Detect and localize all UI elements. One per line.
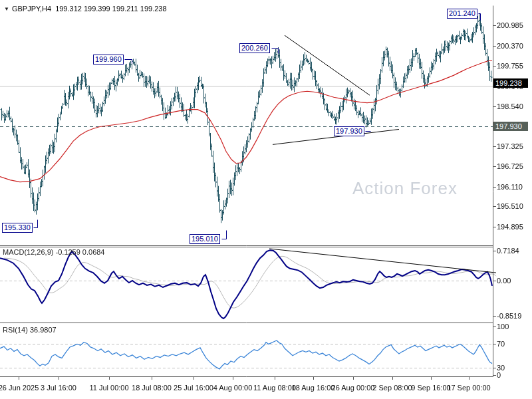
time-axis-label: 25 Jul 16:00 (174, 384, 213, 392)
price-axis-label: 198.540 (497, 102, 523, 111)
current-price-badge: 199.238 (493, 78, 528, 88)
time-axis-label: 11 Aug 08:00 (253, 384, 296, 392)
time-axis-label: 9 Sep 16:00 (411, 384, 450, 392)
price-annotation-box[interactable]: 200.260 (239, 43, 270, 53)
watermark: Action Forex (352, 178, 458, 199)
time-axis-label: 18 Aug 16:00 (292, 384, 335, 392)
symbol-dropdown-arrow-icon[interactable]: ▼ (4, 6, 9, 12)
rsi-scale-label: 0 (497, 371, 501, 380)
macd-scale-label: -0.8519 (497, 312, 521, 321)
price-annotation-box[interactable]: 201.240 (447, 9, 477, 19)
chart-canvas[interactable] (0, 0, 532, 399)
time-axis-label: 11 Jul 00:00 (89, 384, 128, 392)
price-axis-label: 197.325 (497, 142, 523, 151)
level-line-badge: 197.930 (493, 122, 528, 131)
price-annotation-box[interactable]: 197.930 (334, 126, 364, 136)
time-axis-label: 4 Aug 00:00 (213, 384, 253, 392)
price-annotation-box[interactable]: 195.010 (190, 234, 220, 244)
macd-scale-label: 0.00 (497, 277, 511, 285)
rsi-indicator-label: RSI(14) 36.9807 (3, 326, 57, 334)
macd-scale-label: 0.7184 (497, 247, 519, 255)
time-axis-label: 18 Jul 08:00 (132, 384, 172, 392)
price-axis-label: 194.895 (497, 223, 523, 231)
price-axis-label: 196.725 (497, 162, 523, 171)
trading-chart-window: ▼GBPJPY,H4 199.312 199.399 199.211 199.2… (0, 0, 532, 399)
time-axis-label: 3 Jul 16:00 (41, 384, 76, 392)
price-axis-label: 195.510 (497, 202, 523, 211)
time-axis-label: 17 Sep 00:00 (447, 384, 490, 392)
time-axis-label: 2 Sep 08:00 (372, 384, 412, 392)
price-axis-label: 196.110 (497, 183, 523, 192)
rsi-scale-label: 100 (497, 323, 509, 331)
price-axis-label: 200.985 (497, 21, 523, 30)
time-axis-label: 26 Jun 2025 (0, 384, 39, 392)
price-annotation-box[interactable]: 199.960 (93, 55, 124, 65)
symbol-ohlc-readout: GBPJPY,H4 199.312 199.399 199.211 199.23… (12, 5, 167, 13)
time-axis-label: 26 Aug 00:00 (332, 384, 375, 392)
price-annotation-box[interactable]: 195.330 (2, 223, 33, 233)
price-axis-label: 199.755 (497, 62, 523, 70)
chart-header: ▼GBPJPY,H4 199.312 199.399 199.211 199.2… (4, 5, 167, 13)
price-axis-label: 200.370 (497, 42, 523, 51)
macd-indicator-label: MACD(12,26,9) -0.1259 0.0684 (3, 248, 104, 256)
rsi-scale-label: 70 (497, 340, 505, 348)
